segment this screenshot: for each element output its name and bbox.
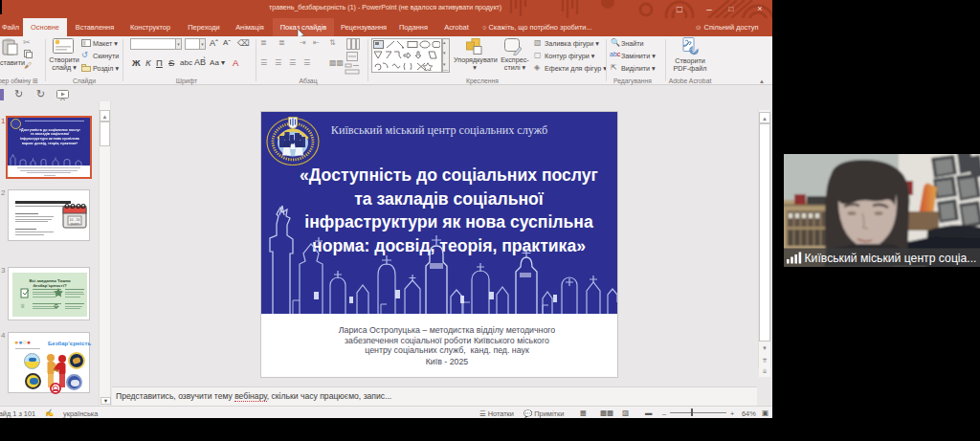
svg-text:травня: травня — [70, 222, 79, 226]
svg-text:Київський міський центр соціа.: Київський міський центр соціа... — [805, 252, 977, 265]
